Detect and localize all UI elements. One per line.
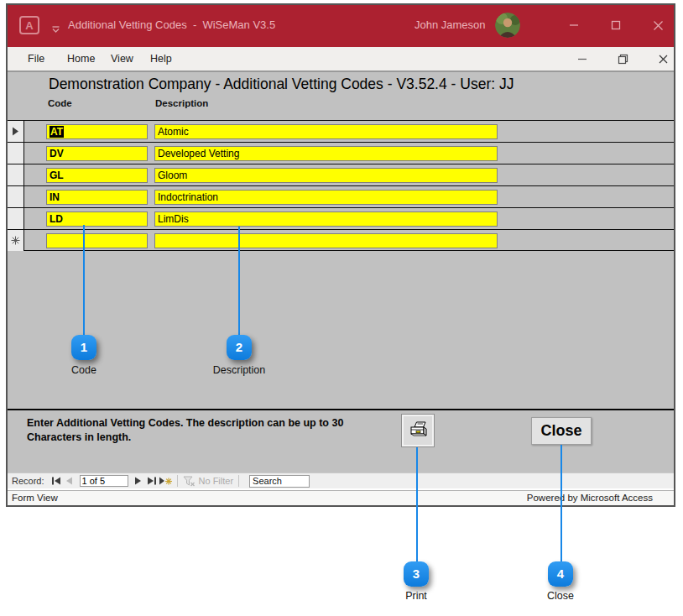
column-header-description: Description: [155, 98, 208, 108]
code-field[interactable]: DV: [46, 146, 148, 161]
callout-badge-3: 3: [404, 561, 429, 587]
close-button[interactable]: Close: [531, 417, 592, 445]
menu-bar: File Home View Help: [6, 47, 675, 72]
table-row: LD LimDis: [6, 207, 675, 229]
status-bar: Form View Powered by Microsoft Access: [6, 490, 675, 505]
titlebar-close-button[interactable]: [645, 3, 670, 47]
code-field[interactable]: LD: [46, 211, 148, 227]
callout-line-2: [238, 227, 240, 336]
new-record-button[interactable]: [159, 475, 172, 487]
filter-funnel-icon: [183, 476, 196, 487]
callout-line-1: [83, 225, 85, 336]
record-selector[interactable]: [8, 164, 24, 185]
view-mode-status: Form View: [12, 493, 58, 503]
right-arrow-icon: [12, 127, 19, 136]
menu-home[interactable]: Home: [67, 47, 95, 70]
description-field[interactable]: Indoctrination: [154, 190, 498, 205]
filter-label: No Filter: [199, 476, 234, 486]
next-record-button[interactable]: [132, 475, 145, 487]
access-app-icon[interactable]: A: [19, 16, 39, 38]
menu-file[interactable]: File: [28, 47, 44, 70]
selected-text: AT: [50, 126, 64, 138]
menu-help[interactable]: Help: [150, 47, 172, 70]
record-selector[interactable]: [8, 143, 24, 164]
callout-label-description: Description: [189, 364, 289, 376]
first-record-button[interactable]: [50, 475, 63, 487]
description-field[interactable]: Atomic: [154, 124, 498, 139]
titlebar-minimize-button[interactable]: [561, 3, 587, 47]
section-divider: [6, 409, 675, 410]
description-field[interactable]: LimDis: [154, 211, 498, 227]
table-row: AT Atomic: [6, 120, 675, 142]
table-row: IN Indoctrination: [6, 185, 675, 207]
description-field[interactable]: Gloom: [154, 168, 498, 183]
menu-view[interactable]: View: [111, 47, 133, 70]
callout-label-close: Close: [510, 590, 611, 602]
user-avatar[interactable]: [495, 13, 520, 38]
window-title: Additional Vetting Codes - WiSeMan V3.5: [68, 3, 275, 47]
svg-text:A: A: [25, 19, 34, 32]
form-title: Demonstration Company - Additional Vetti…: [49, 76, 586, 93]
ribbon-close-button[interactable]: [650, 47, 675, 70]
code-field[interactable]: GL: [46, 168, 148, 183]
record-position-input[interactable]: [80, 475, 128, 487]
title-bar: A Additional Vetting Codes - WiSeMan V3.…: [6, 3, 675, 47]
printer-icon: [407, 420, 430, 441]
callout-badge-4: 4: [548, 561, 573, 587]
ribbon-minimize-button[interactable]: [570, 47, 595, 70]
divider: [177, 475, 178, 487]
record-navigation-bar: Record:: [6, 472, 675, 488]
callout-badge-2: 2: [227, 335, 252, 360]
description-field[interactable]: Developed Vetting: [154, 146, 498, 161]
previous-record-button[interactable]: [63, 475, 76, 487]
divider: [238, 475, 239, 487]
callout-badge-1: 1: [71, 335, 96, 360]
description-field-empty[interactable]: [154, 233, 498, 248]
search-input[interactable]: [249, 475, 310, 488]
record-selector[interactable]: [8, 186, 24, 207]
table-row: GL Gloom: [6, 164, 675, 185]
code-field[interactable]: IN: [46, 190, 148, 205]
app-window: A Additional Vetting Codes - WiSeMan V3.…: [6, 3, 675, 507]
quick-access-dropdown-icon[interactable]: [51, 22, 60, 37]
filter-toggle-button[interactable]: No Filter: [183, 476, 234, 487]
table-row-new-record: [6, 229, 675, 251]
powered-by-text: Powered by Microsoft Access: [527, 493, 653, 503]
column-header-code: Code: [48, 98, 72, 108]
print-button[interactable]: [401, 414, 435, 447]
record-selector-current[interactable]: [8, 121, 24, 142]
last-record-button[interactable]: [145, 475, 159, 487]
code-field[interactable]: AT: [46, 124, 148, 139]
table-row: DV Developed Vetting: [6, 142, 675, 164]
record-nav-label: Record:: [12, 476, 44, 486]
record-selector-new[interactable]: [8, 230, 24, 251]
asterisk-icon: [11, 236, 20, 245]
logged-in-user: John Jameson: [414, 3, 486, 47]
record-selector[interactable]: [8, 208, 24, 229]
callout-line-4: [560, 445, 562, 562]
instruction-text: Enter Additional Vetting Codes. The desc…: [27, 416, 400, 444]
callout-label-print: Print: [366, 590, 467, 602]
titlebar-maximize-button[interactable]: [603, 3, 628, 47]
callout-label-code: Code: [34, 364, 134, 376]
callout-line-3: [416, 447, 418, 562]
code-field-empty[interactable]: [46, 233, 148, 248]
ribbon-restore-button[interactable]: [610, 47, 635, 70]
